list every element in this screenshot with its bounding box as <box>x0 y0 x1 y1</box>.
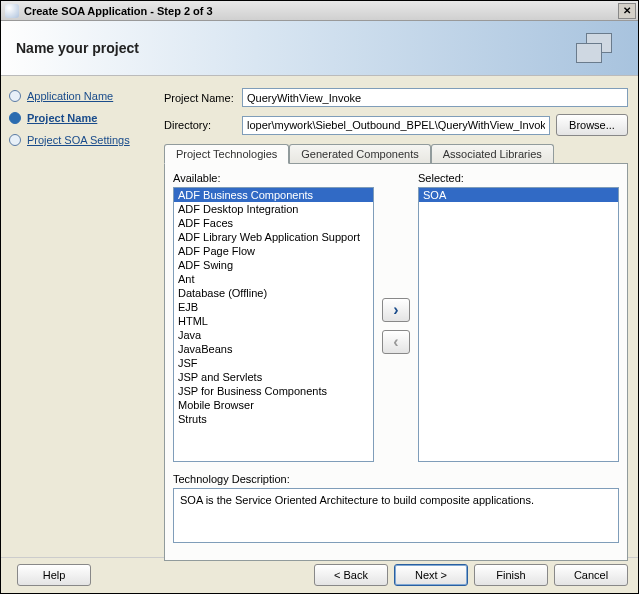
move-left-button[interactable] <box>382 330 410 354</box>
form-area: Project Name: Directory: Browse... Proje… <box>156 76 638 557</box>
next-button[interactable]: Next > <box>394 564 468 586</box>
tab-strip: Project Technologies Generated Component… <box>164 144 628 164</box>
description-box: SOA is the Service Oriented Architecture… <box>173 488 619 543</box>
directory-input[interactable] <box>242 116 550 135</box>
list-item[interactable]: JSP and Servlets <box>174 370 373 384</box>
banner-graphic <box>576 28 626 66</box>
list-item[interactable]: Ant <box>174 272 373 286</box>
window-title: Create SOA Application - Step 2 of 3 <box>24 5 618 17</box>
close-button[interactable]: ✕ <box>618 3 636 19</box>
description-text: SOA is the Service Oriented Architecture… <box>180 494 534 506</box>
project-name-input[interactable] <box>242 88 628 107</box>
step-nav: Application Name Project Name Project SO… <box>1 76 156 557</box>
list-item[interactable]: Mobile Browser <box>174 398 373 412</box>
list-item[interactable]: Java <box>174 328 373 342</box>
list-item[interactable]: Struts <box>174 412 373 426</box>
back-button[interactable]: < Back <box>314 564 388 586</box>
page-heading: Name your project <box>16 40 139 56</box>
finish-button[interactable]: Finish <box>474 564 548 586</box>
list-item[interactable]: EJB <box>174 300 373 314</box>
step-bullet-icon <box>9 90 21 102</box>
nav-step-application-name[interactable]: Application Name <box>9 90 151 102</box>
selected-listbox[interactable]: SOA <box>418 187 619 462</box>
selected-label: Selected: <box>418 172 619 184</box>
nav-label: Project SOA Settings <box>27 134 130 146</box>
move-right-button[interactable] <box>382 298 410 322</box>
description-label: Technology Description: <box>173 473 619 485</box>
list-item[interactable]: Database (Offline) <box>174 286 373 300</box>
help-button[interactable]: Help <box>17 564 91 586</box>
tab-associated-libraries[interactable]: Associated Libraries <box>431 144 554 164</box>
nav-step-project-name[interactable]: Project Name <box>9 112 151 124</box>
project-name-label: Project Name: <box>164 92 242 104</box>
browse-button[interactable]: Browse... <box>556 114 628 136</box>
list-item[interactable]: JSF <box>174 356 373 370</box>
nav-label: Project Name <box>27 112 97 124</box>
app-icon <box>5 4 19 18</box>
list-item[interactable]: JavaBeans <box>174 342 373 356</box>
available-listbox[interactable]: ADF Business ComponentsADF Desktop Integ… <box>173 187 374 462</box>
chevron-left-icon <box>393 333 398 351</box>
footer: Help < Back Next > Finish Cancel <box>1 557 638 592</box>
nav-step-project-soa-settings[interactable]: Project SOA Settings <box>9 134 151 146</box>
list-item[interactable]: ADF Page Flow <box>174 244 373 258</box>
list-item[interactable]: HTML <box>174 314 373 328</box>
tab-panel: Available: ADF Business ComponentsADF De… <box>164 163 628 561</box>
list-item[interactable]: ADF Faces <box>174 216 373 230</box>
title-bar: Create SOA Application - Step 2 of 3 ✕ <box>1 1 638 21</box>
step-bullet-icon <box>9 112 21 124</box>
list-item[interactable]: ADF Business Components <box>174 188 373 202</box>
chevron-right-icon <box>393 301 398 319</box>
nav-label: Application Name <box>27 90 113 102</box>
cancel-button[interactable]: Cancel <box>554 564 628 586</box>
available-label: Available: <box>173 172 374 184</box>
list-item[interactable]: ADF Desktop Integration <box>174 202 373 216</box>
banner: Name your project <box>1 21 638 76</box>
tab-project-technologies[interactable]: Project Technologies <box>164 144 289 164</box>
step-bullet-icon <box>9 134 21 146</box>
list-item[interactable]: JSP for Business Components <box>174 384 373 398</box>
list-item[interactable]: SOA <box>419 188 618 202</box>
close-icon: ✕ <box>623 5 631 16</box>
list-item[interactable]: ADF Library Web Application Support <box>174 230 373 244</box>
directory-label: Directory: <box>164 119 242 131</box>
list-item[interactable]: ADF Swing <box>174 258 373 272</box>
tab-generated-components[interactable]: Generated Components <box>289 144 430 164</box>
